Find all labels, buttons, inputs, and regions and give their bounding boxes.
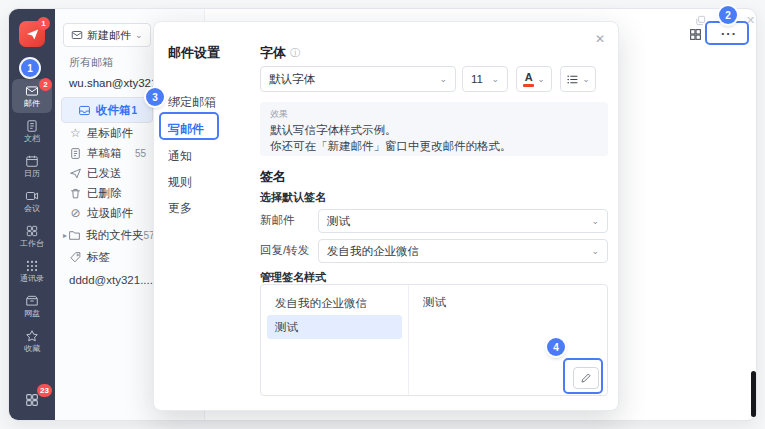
rail-item-favorites[interactable]: 收藏 [12,324,52,358]
signature-heading-text: 签名 [260,168,286,186]
folder-label: 我的文件夹 [86,228,144,243]
tag-icon [69,251,82,264]
settings-tab-more[interactable]: 更多 [168,198,192,218]
folder-label: 收件箱 [96,103,131,118]
compose-mail-icon [71,29,83,41]
scrollbar-thumb[interactable] [751,371,756,417]
font-preview-panel: 效果 默认写信字体样式示例。 你还可在「新建邮件」窗口中更改邮件的格式。 [260,102,608,156]
folder-spam[interactable]: ⊘ 垃圾邮件 [61,202,153,224]
annotation-badge-2: 2 [719,6,737,24]
rail-item-meeting[interactable]: 会议 [12,184,52,218]
preview-hint-line: 你还可在「新建邮件」窗口中更改邮件的格式。 [270,138,598,154]
font-heading-text: 字体 [260,44,286,62]
manage-signature-heading: 管理签名样式 [260,270,326,285]
document-icon [25,119,39,133]
bottom-notification-badge: 23 [37,384,52,397]
signature-list: 发自我的企业微信 测试 [261,285,409,395]
chevron-down-icon: ⌄ [591,217,599,226]
signature-item[interactable]: 发自我的企业微信 [267,291,402,315]
compose-label: 新建邮件 [87,28,131,43]
rail-item-drive[interactable]: 网盘 [12,289,52,323]
rail-item-label: 邮件 [24,100,40,108]
grid-icon [689,28,702,41]
logo-plane-icon [25,27,40,42]
list-format-button[interactable]: ⌄ [560,66,596,92]
chevron-down-icon: ⌄ [537,75,545,84]
rail-item-mail[interactable]: 邮件 2 [12,79,52,113]
folder-label: 星标邮件 [87,126,133,141]
preview-sample-line: 默认写信字体样式示例。 [270,122,598,138]
rail-item-docs[interactable]: 文档 [12,114,52,148]
account-label: dddd@xty321.... [69,274,153,286]
rail-item-workbench[interactable]: 工作台 [12,219,52,253]
folder-inbox[interactable]: 收件箱 1 [61,97,153,123]
settings-title: 邮件设置 [168,44,220,62]
folder-group-all-mailboxes[interactable]: 所有邮箱 [69,55,113,70]
sent-icon [69,167,82,180]
draft-icon [69,147,82,160]
signature-item-selected[interactable]: 测试 [267,315,402,339]
folder-deleted[interactable]: 已删除 [61,182,153,204]
rail-nav: 邮件 2 文档 日历 会议 工作台 通讯录 [12,79,52,358]
calendar-icon [25,154,39,168]
reply-forward-label: 回复/转发 [260,238,309,262]
info-icon: ⓘ [290,46,300,60]
folder-label: 已删除 [87,186,122,201]
annotation-badge-4: 4 [547,338,565,356]
modal-close-button[interactable]: ✕ [595,32,605,46]
rail-item-label: 文档 [24,135,40,143]
app-logo[interactable]: 1 [19,21,45,47]
folder-tags[interactable]: 标签 [61,246,153,268]
settings-tab-rules[interactable]: 规则 [168,172,192,192]
layout-grid-button[interactable] [689,28,702,41]
mail-icon [25,84,39,98]
blocked-icon: ⊘ [69,207,82,219]
star-icon [25,329,39,343]
draft-count: 55 [135,148,153,159]
rail-item-label: 通讯录 [20,275,44,283]
folder-drafts[interactable]: 草稿箱 55 [61,142,153,164]
mail-unread-badge: 2 [39,78,52,91]
reply-signature-select[interactable]: 发自我的企业微信 ⌄ [318,239,608,263]
rail-item-label: 网盘 [24,310,40,318]
font-size-select[interactable]: 11 ⌄ [462,66,508,92]
rail-item-contacts[interactable]: 通讯录 [12,254,52,288]
new-mail-signature-value: 测试 [327,214,350,229]
folder-my-folders[interactable]: ▸ 我的文件夹 572 [61,224,153,246]
rail-item-label: 会议 [24,205,40,213]
unread-count: 1 [131,105,144,116]
rail-item-calendar[interactable]: 日历 [12,149,52,183]
expand-arrow-icon[interactable]: ▸ [63,231,67,240]
logo-badge: 1 [37,17,50,30]
folder-label: 标签 [87,250,110,265]
annotation-box-compose-tab [159,112,219,140]
settings-tab-bind-mailbox[interactable]: 绑定邮箱 [168,92,216,112]
preview-label: 效果 [270,109,598,119]
new-mail-label: 新邮件 [260,208,295,232]
list-icon [566,73,579,86]
rail-bottom-app[interactable]: 23 [9,392,55,408]
star-icon: ☆ [69,127,82,139]
font-section-heading: 字体 ⓘ [260,44,300,62]
default-signature-heading: 选择默认签名 [260,190,326,205]
inbox-icon [78,104,91,117]
settings-tab-notifications[interactable]: 通知 [168,146,192,166]
drive-icon [25,294,39,308]
folder-label: 垃圾邮件 [87,206,133,221]
chevron-down-icon: ⌄ [582,75,590,84]
font-family-select[interactable]: 默认字体 ⌄ [260,66,456,92]
folder-starred[interactable]: ☆ 星标邮件 [61,122,153,144]
color-swatch [523,84,534,87]
folder-label: 草稿箱 [87,146,122,161]
signature-preview-text: 测试 [423,295,446,310]
annotation-box-more-button [705,21,749,45]
chevron-down-icon: ⌄ [439,75,447,84]
font-size-value: 11 [471,73,483,85]
reply-signature-value: 发自我的企业微信 [327,244,419,259]
folder-sent[interactable]: 已发送 [61,162,153,184]
compose-button[interactable]: 新建邮件 ⌄ [63,23,151,47]
trash-icon [69,187,82,200]
rail-item-label: 工作台 [20,240,44,248]
font-color-button[interactable]: A ⌄ [516,66,552,92]
new-mail-signature-select[interactable]: 测试 ⌄ [318,209,608,233]
